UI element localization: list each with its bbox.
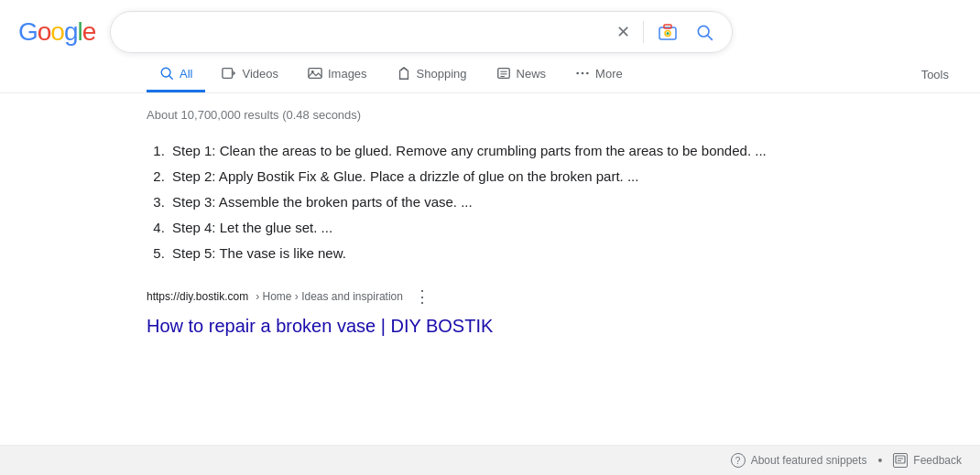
images-icon xyxy=(308,66,322,81)
tab-more-label: More xyxy=(595,67,623,81)
clear-button[interactable]: ✕ xyxy=(613,18,634,46)
search-divider xyxy=(643,21,644,43)
logo-letter-g: G xyxy=(18,17,38,46)
logo-letter-g2: g xyxy=(64,17,78,46)
logo-letter-o2: o xyxy=(50,17,64,46)
source-breadcrumb: › Home › Ideas and inspiration xyxy=(256,290,403,303)
tab-images[interactable]: Images xyxy=(295,57,380,92)
tab-videos-label: Videos xyxy=(242,67,278,81)
svg-rect-1 xyxy=(664,25,671,28)
tab-all[interactable]: All xyxy=(147,57,205,92)
tab-shopping-label: Shopping xyxy=(417,67,467,81)
google-logo[interactable]: Google xyxy=(18,17,95,47)
tab-news-label: News xyxy=(517,67,547,81)
camera-icon xyxy=(657,21,679,43)
svg-rect-8 xyxy=(223,69,233,79)
svg-line-7 xyxy=(169,76,173,80)
search-input[interactable]: how to fix a broken vase xyxy=(125,24,604,40)
svg-point-3 xyxy=(667,32,670,35)
more-icon xyxy=(575,66,590,81)
image-search-button[interactable] xyxy=(653,17,682,47)
nav-tabs: All Videos Images Shopping News xyxy=(0,57,980,93)
tab-all-label: All xyxy=(180,67,192,81)
list-item: Step 5: The vase is like new. xyxy=(169,243,806,264)
news-icon xyxy=(496,66,511,81)
svg-rect-10 xyxy=(309,69,321,79)
all-search-icon xyxy=(159,66,174,81)
result-link[interactable]: How to repair a broken vase | DIY BOSTIK xyxy=(147,316,493,337)
tools-button[interactable]: Tools xyxy=(909,59,962,91)
search-bar-wrapper: how to fix a broken vase ✕ xyxy=(110,11,733,53)
search-button[interactable] xyxy=(691,19,717,45)
search-bar: how to fix a broken vase ✕ xyxy=(110,11,733,53)
logo-letter-o1: o xyxy=(38,17,51,46)
shopping-icon xyxy=(397,66,411,81)
svg-line-5 xyxy=(708,36,713,40)
header: Google how to fix a broken vase ✕ xyxy=(0,0,980,53)
tab-shopping[interactable]: Shopping xyxy=(384,57,480,92)
source-row: https://diy.bostik.com › Home › Ideas an… xyxy=(147,283,806,310)
svg-point-16 xyxy=(576,72,579,75)
list-item: Step 4: Let the glue set. ... xyxy=(169,217,806,239)
close-icon: ✕ xyxy=(616,22,630,42)
search-icon xyxy=(695,23,713,41)
results-area: About 10,700,000 results (0.48 seconds) … xyxy=(0,93,824,351)
list-item: Step 2: Apply Bostik Fix & Glue. Place a… xyxy=(169,166,806,188)
tab-news[interactable]: News xyxy=(484,57,560,92)
results-count: About 10,700,000 results (0.48 seconds) xyxy=(147,108,806,122)
logo-letter-e: e xyxy=(82,17,96,46)
tab-images-label: Images xyxy=(328,67,367,81)
steps-list: Step 1: Clean the areas to be glued. Rem… xyxy=(147,140,806,264)
list-item: Step 1: Clean the areas to be glued. Rem… xyxy=(169,140,806,162)
source-url: https://diy.bostik.com xyxy=(147,290,248,303)
vertical-dots-icon: ⋮ xyxy=(414,287,430,306)
tab-videos[interactable]: Videos xyxy=(209,57,291,92)
svg-marker-9 xyxy=(234,70,236,75)
tab-more[interactable]: More xyxy=(562,57,636,92)
list-item: Step 3: Assemble the broken parts of the… xyxy=(169,191,806,213)
more-options-button[interactable]: ⋮ xyxy=(410,283,434,310)
svg-point-17 xyxy=(582,72,584,75)
videos-icon xyxy=(222,66,236,81)
svg-point-18 xyxy=(586,72,589,75)
